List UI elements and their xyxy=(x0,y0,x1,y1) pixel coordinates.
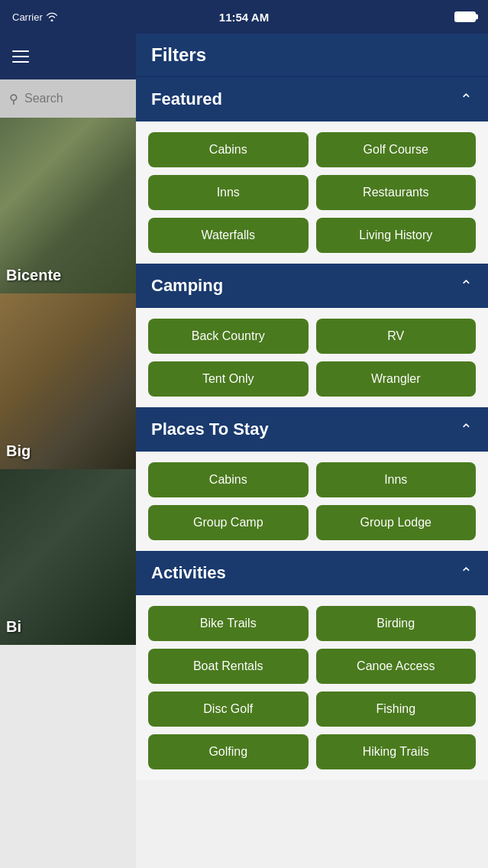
hamburger-line-3 xyxy=(12,61,29,63)
camping-chevron-icon: ⌃ xyxy=(460,277,473,295)
filter-disc-golf[interactable]: Disc Golf xyxy=(148,691,309,727)
filter-group-camp[interactable]: Group Camp xyxy=(148,505,309,540)
featured-section-content: Cabins Golf Course Inns Restaurants Wate… xyxy=(136,121,488,264)
filters-panel: Filters Featured ⌃ Cabins Golf Course In… xyxy=(136,34,488,868)
section-header-places-to-stay[interactable]: Places To Stay ⌃ xyxy=(136,407,488,452)
park-label-big: Big xyxy=(6,442,31,460)
camping-section-content: Back Country RV Tent Only Wrangler xyxy=(136,308,488,407)
hamburger-line-2 xyxy=(12,56,29,57)
filter-bike-trails[interactable]: Bike Trails xyxy=(148,606,309,641)
places-section-content: Cabins Inns Group Camp Group Lodge xyxy=(136,452,488,551)
featured-chevron-icon: ⌃ xyxy=(460,90,473,108)
filter-tent-only[interactable]: Tent Only xyxy=(148,361,309,397)
status-bar: Carrier 11:54 AM xyxy=(0,0,488,34)
filter-golfing[interactable]: Golfing xyxy=(148,734,309,769)
section-header-camping[interactable]: Camping ⌃ xyxy=(136,264,488,308)
park-label-bi2: Bi xyxy=(6,618,21,636)
activities-section-label: Activities xyxy=(151,563,226,583)
filter-cabins-places[interactable]: Cabins xyxy=(148,462,309,497)
camping-section-label: Camping xyxy=(151,276,223,296)
sidebar: ⚲ Bicente Big Bi xyxy=(0,34,136,868)
featured-section-label: Featured xyxy=(151,89,222,109)
battery-indicator xyxy=(454,11,476,22)
section-header-activities[interactable]: Activities ⌃ xyxy=(136,551,488,595)
filter-living-history[interactable]: Living History xyxy=(316,218,477,253)
park-item-bi2[interactable]: Bi xyxy=(0,469,136,645)
hamburger-line-1 xyxy=(12,50,29,52)
places-filter-grid: Cabins Inns Group Camp Group Lodge xyxy=(148,462,476,540)
sidebar-header xyxy=(0,34,136,79)
filter-fishing[interactable]: Fishing xyxy=(316,691,477,727)
filters-title: Filters xyxy=(151,44,206,65)
park-label-bicentennial: Bicente xyxy=(6,267,61,284)
filter-hiking-trails[interactable]: Hiking Trails xyxy=(316,734,477,769)
wifi-icon xyxy=(46,12,58,21)
search-input[interactable] xyxy=(24,92,127,105)
park-item-bicentennial[interactable]: Bicente xyxy=(0,118,136,293)
filter-rv[interactable]: RV xyxy=(316,319,477,354)
places-to-stay-section-label: Places To Stay xyxy=(151,419,269,439)
filter-waterfalls[interactable]: Waterfalls xyxy=(148,218,309,253)
filter-canoe-access[interactable]: Canoe Access xyxy=(316,649,477,684)
camping-filter-grid: Back Country RV Tent Only Wrangler xyxy=(148,319,476,397)
places-chevron-icon: ⌃ xyxy=(460,420,473,439)
filter-boat-rentals[interactable]: Boat Rentals xyxy=(148,649,309,684)
filter-birding[interactable]: Birding xyxy=(316,606,477,641)
activities-filter-grid: Bike Trails Birding Boat Rentals Canoe A… xyxy=(148,606,476,769)
hamburger-menu[interactable] xyxy=(12,50,29,63)
filter-golf-course[interactable]: Golf Course xyxy=(316,132,477,167)
filter-back-country[interactable]: Back Country xyxy=(148,319,309,354)
section-header-featured[interactable]: Featured ⌃ xyxy=(136,77,488,121)
time-display: 11:54 AM xyxy=(219,11,269,24)
activities-chevron-icon: ⌃ xyxy=(460,564,473,582)
filter-cabins-featured[interactable]: Cabins xyxy=(148,132,309,167)
filter-group-lodge[interactable]: Group Lodge xyxy=(316,505,477,540)
search-bar[interactable]: ⚲ xyxy=(0,79,136,118)
activities-section-content: Bike Trails Birding Boat Rentals Canoe A… xyxy=(136,595,488,780)
filters-title-bar: Filters xyxy=(136,34,488,77)
filter-inns-featured[interactable]: Inns xyxy=(148,175,309,210)
filter-restaurants[interactable]: Restaurants xyxy=(316,175,477,210)
search-icon: ⚲ xyxy=(9,92,18,106)
filter-inns-places[interactable]: Inns xyxy=(316,462,477,497)
filter-wrangler[interactable]: Wrangler xyxy=(316,361,477,397)
carrier-label: Carrier xyxy=(12,11,43,23)
carrier-wifi: Carrier xyxy=(12,11,58,23)
featured-filter-grid: Cabins Golf Course Inns Restaurants Wate… xyxy=(148,132,476,253)
park-item-big[interactable]: Big xyxy=(0,293,136,469)
